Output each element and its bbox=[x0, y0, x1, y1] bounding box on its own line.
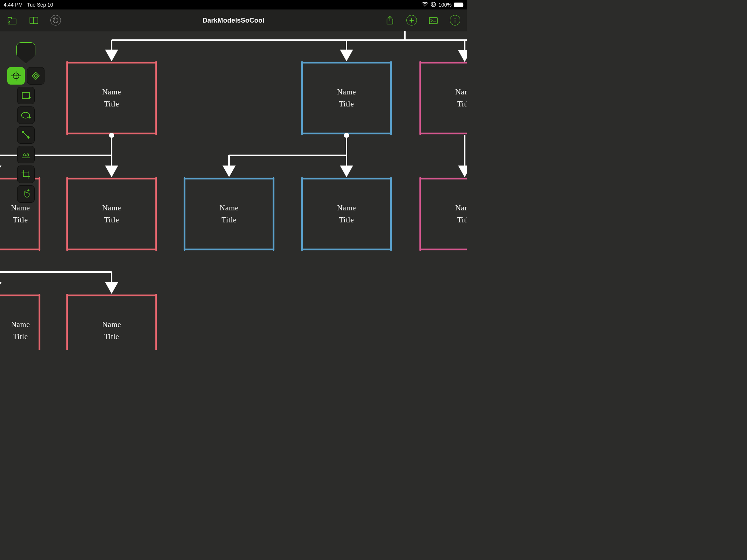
node-name: Name bbox=[11, 319, 30, 331]
node-name: Name bbox=[337, 86, 356, 98]
undo-icon[interactable] bbox=[50, 15, 61, 26]
node-name: Name bbox=[11, 202, 30, 214]
svg-rect-2 bbox=[30, 17, 38, 24]
node-name: Name bbox=[102, 202, 121, 214]
node-red[interactable]: NameTitle bbox=[66, 61, 158, 135]
node-title: Title bbox=[102, 331, 121, 343]
wifi-icon bbox=[422, 2, 428, 8]
share-icon[interactable] bbox=[384, 15, 395, 26]
node-title: Title bbox=[337, 214, 356, 226]
node-title: Title bbox=[102, 98, 121, 110]
svg-rect-8 bbox=[429, 18, 437, 24]
node-red[interactable]: NameTitle bbox=[0, 294, 41, 350]
status-time: 4:44 PM bbox=[4, 2, 23, 8]
node-title: Title bbox=[102, 214, 121, 226]
node-red[interactable]: NameTitle bbox=[66, 177, 158, 251]
node-pink[interactable]: NameTitle bbox=[419, 177, 467, 251]
svg-point-0 bbox=[425, 5, 425, 6]
node-title: Title bbox=[455, 98, 467, 110]
svg-rect-15 bbox=[34, 74, 38, 78]
status-bar: 4:44 PM Tue Sep 10 100% bbox=[0, 0, 467, 9]
diagram-canvas[interactable]: NameTitle NameTitle NameTitle NameTitle … bbox=[0, 31, 467, 350]
node-title: Title bbox=[337, 98, 356, 110]
node-blue[interactable]: NameTitle bbox=[301, 61, 392, 135]
svg-text:Aa: Aa bbox=[23, 151, 30, 158]
tool-palette: Aa bbox=[7, 42, 44, 203]
node-pink[interactable]: NameTitle bbox=[419, 61, 467, 135]
shape-tool[interactable] bbox=[7, 67, 25, 85]
connector-dot[interactable] bbox=[109, 133, 114, 138]
node-name: Name bbox=[455, 202, 467, 214]
top-toolbar: DarkModeIsSoCool bbox=[0, 9, 467, 31]
rect-tool[interactable] bbox=[17, 87, 35, 104]
svg-line-23 bbox=[24, 133, 29, 138]
svg-point-9 bbox=[454, 18, 455, 19]
node-name: Name bbox=[337, 202, 356, 214]
node-title: Title bbox=[11, 331, 30, 343]
connector-dot[interactable] bbox=[344, 133, 349, 138]
text-tool[interactable]: Aa bbox=[17, 146, 35, 163]
diamond-tool[interactable] bbox=[27, 67, 44, 85]
svg-point-19 bbox=[22, 112, 30, 118]
node-name: Name bbox=[102, 319, 121, 331]
node-name: Name bbox=[220, 202, 239, 214]
orientation-lock-icon bbox=[430, 1, 436, 8]
node-red[interactable]: NameTitle bbox=[66, 294, 158, 350]
battery-percent: 100% bbox=[438, 2, 452, 8]
line-tool[interactable] bbox=[17, 126, 35, 144]
documents-icon[interactable] bbox=[7, 15, 18, 26]
status-date: Tue Sep 10 bbox=[27, 2, 53, 8]
node-name: Name bbox=[102, 86, 121, 98]
sidebar-icon[interactable] bbox=[28, 15, 39, 26]
node-blue[interactable]: NameTitle bbox=[183, 177, 275, 251]
svg-rect-14 bbox=[32, 72, 39, 79]
crop-tool[interactable] bbox=[17, 166, 35, 183]
battery-icon bbox=[454, 3, 463, 7]
node-title: Title bbox=[11, 214, 30, 226]
ellipse-tool[interactable] bbox=[17, 106, 35, 124]
console-icon[interactable] bbox=[428, 15, 439, 26]
edit-tool[interactable] bbox=[16, 42, 35, 63]
node-title: Title bbox=[220, 214, 239, 226]
svg-rect-16 bbox=[22, 93, 30, 98]
node-blue[interactable]: NameTitle bbox=[301, 177, 392, 251]
node-name: Name bbox=[455, 86, 467, 98]
node-title: Title bbox=[455, 214, 467, 226]
pointer-tool[interactable] bbox=[17, 185, 35, 203]
add-icon[interactable] bbox=[406, 15, 417, 26]
info-icon[interactable] bbox=[450, 15, 460, 26]
